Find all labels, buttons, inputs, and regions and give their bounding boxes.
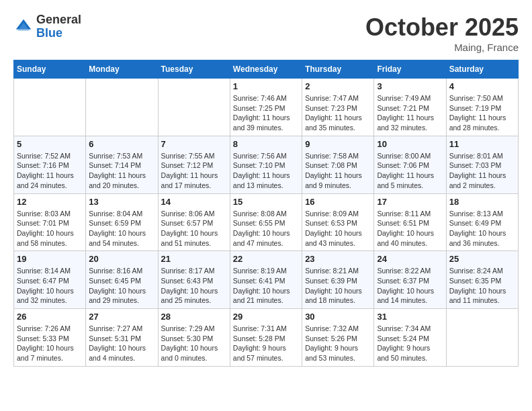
- day-info: Sunrise: 8:01 AM Sunset: 7:03 PM Dayligh…: [449, 151, 515, 191]
- calendar-cell: 7Sunrise: 7:55 AM Sunset: 7:12 PM Daylig…: [158, 136, 230, 193]
- calendar-cell: 24Sunrise: 8:22 AM Sunset: 6:37 PM Dayli…: [374, 251, 446, 309]
- col-wednesday: Wednesday: [230, 60, 302, 79]
- day-number: 31: [377, 312, 443, 322]
- day-info: Sunrise: 8:09 AM Sunset: 6:53 PM Dayligh…: [305, 209, 371, 248]
- day-number: 17: [377, 197, 443, 207]
- day-info: Sunrise: 7:34 AM Sunset: 5:24 PM Dayligh…: [377, 324, 443, 363]
- day-number: 9: [305, 139, 371, 149]
- day-info: Sunrise: 8:03 AM Sunset: 7:01 PM Dayligh…: [17, 209, 83, 248]
- calendar-cell: 11Sunrise: 8:01 AM Sunset: 7:03 PM Dayli…: [446, 136, 518, 193]
- day-number: 20: [89, 254, 154, 264]
- col-thursday: Thursday: [302, 60, 374, 79]
- calendar-cell: 21Sunrise: 8:17 AM Sunset: 6:43 PM Dayli…: [158, 251, 230, 309]
- day-info: Sunrise: 7:31 AM Sunset: 5:28 PM Dayligh…: [233, 324, 299, 363]
- calendar-header-row: Sunday Monday Tuesday Wednesday Thursday…: [14, 60, 519, 79]
- calendar-cell: 16Sunrise: 8:09 AM Sunset: 6:53 PM Dayli…: [302, 193, 374, 251]
- calendar-cell: 27Sunrise: 7:27 AM Sunset: 5:31 PM Dayli…: [86, 309, 158, 367]
- day-number: 28: [161, 312, 227, 322]
- calendar-cell: 30Sunrise: 7:32 AM Sunset: 5:26 PM Dayli…: [302, 309, 374, 367]
- week-row-1: 1Sunrise: 7:46 AM Sunset: 7:25 PM Daylig…: [14, 79, 519, 136]
- calendar-cell: 19Sunrise: 8:14 AM Sunset: 6:47 PM Dayli…: [14, 251, 86, 309]
- day-number: 12: [17, 197, 83, 207]
- week-row-4: 19Sunrise: 8:14 AM Sunset: 6:47 PM Dayli…: [14, 251, 519, 309]
- day-number: 13: [89, 197, 154, 207]
- logo-blue-text: Blue: [36, 27, 81, 40]
- day-number: 7: [161, 139, 227, 149]
- week-row-3: 12Sunrise: 8:03 AM Sunset: 7:01 PM Dayli…: [14, 193, 519, 251]
- col-sunday: Sunday: [14, 60, 86, 79]
- day-info: Sunrise: 8:06 AM Sunset: 6:57 PM Dayligh…: [161, 209, 227, 248]
- calendar-table: Sunday Monday Tuesday Wednesday Thursday…: [13, 60, 519, 367]
- day-number: 21: [161, 254, 227, 264]
- day-info: Sunrise: 8:13 AM Sunset: 6:49 PM Dayligh…: [449, 209, 515, 248]
- week-row-5: 26Sunrise: 7:26 AM Sunset: 5:33 PM Dayli…: [14, 309, 519, 367]
- calendar-cell: 20Sunrise: 8:16 AM Sunset: 6:45 PM Dayli…: [86, 251, 158, 309]
- day-number: 1: [233, 81, 299, 91]
- calendar-cell: 22Sunrise: 8:19 AM Sunset: 6:41 PM Dayli…: [230, 251, 302, 309]
- day-info: Sunrise: 8:21 AM Sunset: 6:39 PM Dayligh…: [305, 266, 371, 306]
- day-info: Sunrise: 8:16 AM Sunset: 6:45 PM Dayligh…: [89, 266, 154, 306]
- day-info: Sunrise: 8:14 AM Sunset: 6:47 PM Dayligh…: [17, 266, 83, 306]
- day-info: Sunrise: 7:32 AM Sunset: 5:26 PM Dayligh…: [305, 324, 371, 363]
- calendar-cell: 29Sunrise: 7:31 AM Sunset: 5:28 PM Dayli…: [230, 309, 302, 367]
- calendar-cell: 18Sunrise: 8:13 AM Sunset: 6:49 PM Dayli…: [446, 193, 518, 251]
- day-number: 6: [89, 139, 154, 149]
- day-info: Sunrise: 8:08 AM Sunset: 6:55 PM Dayligh…: [233, 209, 299, 248]
- logo-icon: [13, 17, 34, 37]
- day-number: 24: [377, 254, 443, 264]
- day-number: 16: [305, 197, 371, 207]
- day-info: Sunrise: 7:56 AM Sunset: 7:10 PM Dayligh…: [233, 151, 299, 191]
- day-number: 30: [305, 312, 371, 322]
- week-row-2: 5Sunrise: 7:52 AM Sunset: 7:16 PM Daylig…: [14, 136, 519, 193]
- day-number: 2: [305, 81, 371, 91]
- calendar-cell: [86, 79, 158, 136]
- calendar-cell: 17Sunrise: 8:11 AM Sunset: 6:51 PM Dayli…: [374, 193, 446, 251]
- day-number: 5: [17, 139, 83, 149]
- calendar-cell: 1Sunrise: 7:46 AM Sunset: 7:25 PM Daylig…: [230, 79, 302, 136]
- day-number: 29: [233, 312, 299, 322]
- page-header: General Blue October 2025 Maing, France: [13, 13, 519, 53]
- calendar-cell: 10Sunrise: 8:00 AM Sunset: 7:06 PM Dayli…: [374, 136, 446, 193]
- col-friday: Friday: [374, 60, 446, 79]
- day-info: Sunrise: 7:26 AM Sunset: 5:33 PM Dayligh…: [17, 324, 83, 363]
- calendar-cell: 28Sunrise: 7:29 AM Sunset: 5:30 PM Dayli…: [158, 309, 230, 367]
- day-info: Sunrise: 8:19 AM Sunset: 6:41 PM Dayligh…: [233, 266, 299, 306]
- day-info: Sunrise: 7:53 AM Sunset: 7:14 PM Dayligh…: [89, 151, 154, 191]
- calendar-cell: 8Sunrise: 7:56 AM Sunset: 7:10 PM Daylig…: [230, 136, 302, 193]
- calendar-cell: 5Sunrise: 7:52 AM Sunset: 7:16 PM Daylig…: [14, 136, 86, 193]
- calendar-cell: 14Sunrise: 8:06 AM Sunset: 6:57 PM Dayli…: [158, 193, 230, 251]
- day-number: 25: [449, 254, 515, 264]
- month-title: October 2025: [365, 13, 519, 42]
- calendar-cell: [446, 309, 518, 367]
- day-info: Sunrise: 8:24 AM Sunset: 6:35 PM Dayligh…: [449, 266, 515, 306]
- day-info: Sunrise: 7:47 AM Sunset: 7:23 PM Dayligh…: [305, 93, 371, 133]
- logo-general-text: General: [36, 13, 81, 27]
- day-info: Sunrise: 7:46 AM Sunset: 7:25 PM Dayligh…: [233, 93, 299, 133]
- day-number: 19: [17, 254, 83, 264]
- day-info: Sunrise: 8:04 AM Sunset: 6:59 PM Dayligh…: [89, 209, 154, 248]
- calendar-cell: 3Sunrise: 7:49 AM Sunset: 7:21 PM Daylig…: [374, 79, 446, 136]
- col-monday: Monday: [86, 60, 158, 79]
- day-info: Sunrise: 7:49 AM Sunset: 7:21 PM Dayligh…: [377, 93, 443, 133]
- day-info: Sunrise: 7:27 AM Sunset: 5:31 PM Dayligh…: [89, 324, 154, 363]
- calendar-cell: 26Sunrise: 7:26 AM Sunset: 5:33 PM Dayli…: [14, 309, 86, 367]
- calendar-cell: [158, 79, 230, 136]
- day-number: 27: [89, 312, 154, 322]
- day-number: 26: [17, 312, 83, 322]
- day-info: Sunrise: 7:29 AM Sunset: 5:30 PM Dayligh…: [161, 324, 227, 363]
- calendar-cell: 4Sunrise: 7:50 AM Sunset: 7:19 PM Daylig…: [446, 79, 518, 136]
- day-info: Sunrise: 7:50 AM Sunset: 7:19 PM Dayligh…: [449, 93, 515, 133]
- day-number: 22: [233, 254, 299, 264]
- day-info: Sunrise: 8:17 AM Sunset: 6:43 PM Dayligh…: [161, 266, 227, 306]
- location: Maing, France: [365, 42, 519, 53]
- calendar-cell: 31Sunrise: 7:34 AM Sunset: 5:24 PM Dayli…: [374, 309, 446, 367]
- day-number: 14: [161, 197, 227, 207]
- calendar-cell: [14, 79, 86, 136]
- calendar-cell: 15Sunrise: 8:08 AM Sunset: 6:55 PM Dayli…: [230, 193, 302, 251]
- title-block: October 2025 Maing, France: [365, 13, 519, 53]
- day-info: Sunrise: 8:22 AM Sunset: 6:37 PM Dayligh…: [377, 266, 443, 306]
- day-number: 4: [449, 81, 515, 91]
- calendar-cell: 6Sunrise: 7:53 AM Sunset: 7:14 PM Daylig…: [86, 136, 158, 193]
- day-number: 3: [377, 81, 443, 91]
- calendar-cell: 13Sunrise: 8:04 AM Sunset: 6:59 PM Dayli…: [86, 193, 158, 251]
